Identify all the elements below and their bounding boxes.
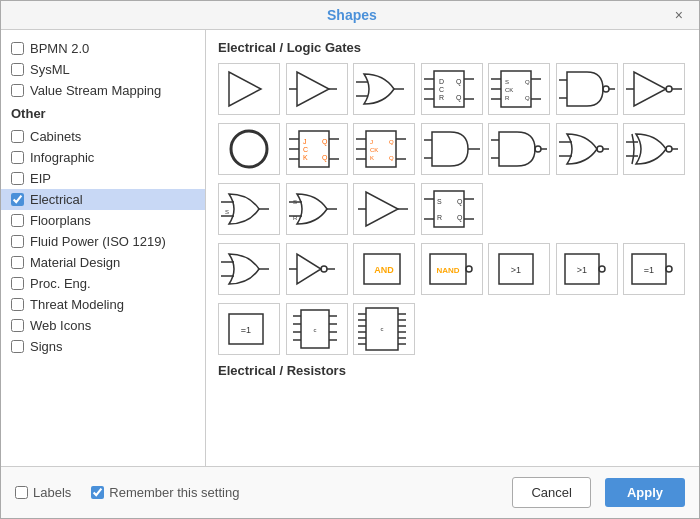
shape-and-label[interactable]: AND	[353, 243, 415, 295]
svg-text:NAND: NAND	[436, 266, 459, 275]
svg-text:J: J	[370, 139, 373, 145]
cancel-button[interactable]: Cancel	[512, 477, 590, 508]
shapes-panel: Electrical / Logic Gates	[206, 30, 699, 466]
svg-text:>1: >1	[511, 265, 521, 275]
shape-tri-dot[interactable]	[286, 243, 348, 295]
shape-ic-small[interactable]: c	[286, 303, 348, 355]
remember-checkbox[interactable]	[91, 486, 104, 499]
svg-marker-84	[366, 192, 398, 226]
remember-label: Remember this setting	[109, 485, 239, 500]
checkbox-floorplans[interactable]	[11, 214, 24, 227]
svg-text:=1: =1	[241, 325, 251, 335]
checkbox-signs[interactable]	[11, 340, 24, 353]
svg-rect-87	[434, 191, 464, 227]
sidebar-item-threat-modeling[interactable]: Threat Modeling	[1, 294, 205, 315]
shape-jkff[interactable]: J C K Q Q	[286, 123, 348, 175]
shape-geq1-box[interactable]: >1	[488, 243, 550, 295]
checkbox-threat-modeling[interactable]	[11, 298, 24, 311]
svg-text:R: R	[505, 95, 510, 101]
sidebar-label-electrical: Electrical	[30, 192, 83, 207]
shape-dff1[interactable]: D C R Q Q	[421, 63, 483, 115]
shape-xnor[interactable]	[623, 123, 685, 175]
sidebar-item-bpmn[interactable]: BPMN 2.0	[1, 38, 205, 59]
svg-text:c: c	[313, 327, 316, 333]
svg-text:c: c	[381, 326, 384, 332]
checkbox-fluid-power[interactable]	[11, 235, 24, 248]
shape-or1[interactable]	[353, 63, 415, 115]
sidebar-label-material-design: Material Design	[30, 255, 120, 270]
sidebar-item-infographic[interactable]: Infographic	[1, 147, 205, 168]
sidebar-item-material-design[interactable]: Material Design	[1, 252, 205, 273]
sidebar-item-fluid-power[interactable]: Fluid Power (ISO 1219)	[1, 231, 205, 252]
shape-buffer[interactable]	[218, 63, 280, 115]
sidebar-label-eip: EIP	[30, 171, 51, 186]
sidebar-label-bpmn: BPMN 2.0	[30, 41, 89, 56]
svg-point-37	[231, 131, 267, 167]
labels-checkbox[interactable]	[15, 486, 28, 499]
sidebar-label-threat-modeling: Threat Modeling	[30, 297, 124, 312]
shape-circle[interactable]	[218, 123, 280, 175]
shapes-grid-row1: D C R Q Q S	[218, 63, 687, 115]
checkbox-cabinets[interactable]	[11, 130, 24, 143]
svg-text:CK: CK	[505, 87, 513, 93]
sidebar: BPMN 2.0 SysML Value Stream Mapping Othe…	[1, 30, 206, 466]
remember-checkbox-item: Remember this setting	[91, 485, 239, 500]
shape-geq1-bubble[interactable]: >1	[556, 243, 618, 295]
checkbox-infographic[interactable]	[11, 151, 24, 164]
shape-and1[interactable]	[421, 123, 483, 175]
checkbox-electrical[interactable]	[11, 193, 24, 206]
sidebar-item-electrical[interactable]: Electrical	[1, 189, 205, 210]
shape-or3[interactable]: S R	[286, 183, 348, 235]
section1-title: Electrical / Logic Gates	[218, 40, 687, 55]
sidebar-item-sysml[interactable]: SysML	[1, 59, 205, 80]
svg-text:Q: Q	[322, 154, 328, 162]
sidebar-item-proc-eng[interactable]: Proc. Eng.	[1, 273, 205, 294]
shape-nor1[interactable]	[556, 123, 618, 175]
shape-nand-label[interactable]: NAND	[421, 243, 483, 295]
svg-point-106	[466, 266, 472, 272]
sidebar-item-signs[interactable]: Signs	[1, 336, 205, 357]
shape-eq1-box[interactable]: =1	[218, 303, 280, 355]
sidebar-item-web-icons[interactable]: Web Icons	[1, 315, 205, 336]
shape-nand2[interactable]	[488, 123, 550, 175]
sidebar-label-infographic: Infographic	[30, 150, 94, 165]
shape-or2[interactable]: S	[218, 183, 280, 235]
shape-ic-large[interactable]: c	[353, 303, 415, 355]
svg-text:Q: Q	[525, 95, 530, 101]
sidebar-item-vsm[interactable]: Value Stream Mapping	[1, 80, 205, 101]
svg-point-63	[535, 146, 541, 152]
sidebar-item-floorplans[interactable]: Floorplans	[1, 210, 205, 231]
sidebar-label-cabinets: Cabinets	[30, 129, 81, 144]
shape-or-curved[interactable]	[218, 243, 280, 295]
svg-text:C: C	[303, 146, 308, 153]
sidebar-label-web-icons: Web Icons	[30, 318, 91, 333]
shape-srlatch[interactable]: S R Q Q	[421, 183, 483, 235]
shape-buffer2[interactable]	[286, 63, 348, 115]
shape-empty1	[488, 183, 550, 235]
close-button[interactable]: ×	[671, 7, 687, 23]
svg-marker-33	[634, 72, 666, 106]
title-bar: Shapes ×	[1, 1, 699, 30]
checkbox-material-design[interactable]	[11, 256, 24, 269]
shape-not1[interactable]	[623, 63, 685, 115]
sidebar-label-floorplans: Floorplans	[30, 213, 91, 228]
shape-jkff2[interactable]: J CK K Q Q	[353, 123, 415, 175]
sidebar-item-cabinets[interactable]: Cabinets	[1, 126, 205, 147]
checkbox-proc-eng[interactable]	[11, 277, 24, 290]
svg-text:J: J	[303, 138, 307, 145]
footer-checkboxes: Labels Remember this setting	[15, 485, 498, 500]
checkbox-bpmn[interactable]	[11, 42, 24, 55]
svg-text:D: D	[439, 78, 444, 85]
svg-text:S: S	[437, 198, 442, 205]
apply-button[interactable]: Apply	[605, 478, 685, 507]
checkbox-vsm[interactable]	[11, 84, 24, 97]
svg-text:Q: Q	[457, 214, 463, 222]
shape-buffer3[interactable]	[353, 183, 415, 235]
shape-dff2[interactable]: S CK R Q Q	[488, 63, 550, 115]
checkbox-eip[interactable]	[11, 172, 24, 185]
checkbox-web-icons[interactable]	[11, 319, 24, 332]
shape-eq1-bubble[interactable]: =1	[623, 243, 685, 295]
shape-nand1[interactable]	[556, 63, 618, 115]
checkbox-sysml[interactable]	[11, 63, 24, 76]
sidebar-item-eip[interactable]: EIP	[1, 168, 205, 189]
